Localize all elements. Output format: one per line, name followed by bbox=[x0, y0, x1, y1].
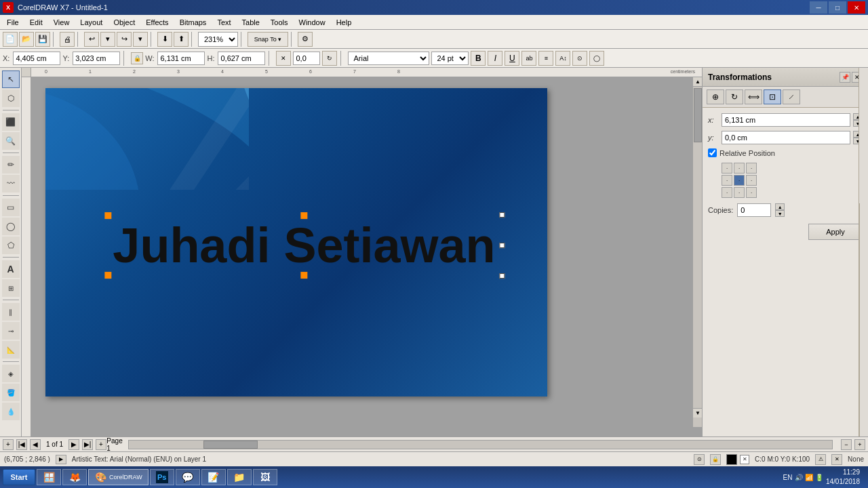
tab-skew[interactable]: ⟋ bbox=[783, 89, 800, 104]
bullet-list[interactable]: ≡ bbox=[538, 51, 553, 66]
last-page-button[interactable]: ▶| bbox=[82, 439, 93, 450]
snap-toggle[interactable]: ⊙ bbox=[694, 454, 705, 465]
shape-tool[interactable]: ⬡ bbox=[2, 89, 20, 107]
first-page-button[interactable]: |◀ bbox=[16, 439, 27, 450]
menu-edit[interactable]: Edit bbox=[24, 17, 48, 28]
connector-tool[interactable]: ⊸ bbox=[2, 322, 20, 340]
freehand-tool[interactable]: ✏ bbox=[2, 156, 20, 174]
window-controls[interactable]: ─ □ ✕ bbox=[810, 1, 865, 14]
import-button[interactable]: ⬇ bbox=[157, 32, 172, 47]
pos-br[interactable]: · bbox=[746, 187, 757, 198]
polygon-tool[interactable]: ⬠ bbox=[2, 237, 20, 254]
interactive-fill[interactable]: ◈ bbox=[2, 365, 20, 382]
menu-window[interactable]: Window bbox=[294, 17, 331, 28]
text-options1[interactable]: ◯ bbox=[589, 51, 604, 66]
new-button[interactable]: 📄 bbox=[3, 32, 18, 47]
smart-fill[interactable]: 🪣 bbox=[2, 384, 20, 401]
text-tool[interactable]: A bbox=[2, 260, 20, 278]
tab-rotate[interactable]: ↻ bbox=[726, 89, 743, 104]
fill-color-swatch[interactable] bbox=[726, 454, 737, 465]
w-field[interactable] bbox=[157, 52, 205, 65]
pos-tc[interactable]: · bbox=[734, 163, 745, 174]
crop-tool[interactable]: ⬛ bbox=[2, 113, 20, 131]
next-page-button[interactable]: ▶ bbox=[68, 439, 79, 450]
tab-scale[interactable]: ⟺ bbox=[745, 89, 762, 104]
bold-button[interactable]: B bbox=[471, 51, 486, 66]
hscroll-thumb[interactable] bbox=[203, 441, 258, 449]
open-button[interactable]: 📂 bbox=[19, 32, 34, 47]
close-button[interactable]: ✕ bbox=[848, 1, 865, 14]
x-field[interactable] bbox=[13, 52, 60, 65]
task-ie[interactable]: 🖼 bbox=[253, 469, 277, 485]
task-photoshop[interactable]: Ps bbox=[150, 469, 174, 485]
copies-spin-up[interactable]: ▲ bbox=[775, 203, 785, 210]
minimize-button[interactable]: ─ bbox=[810, 1, 827, 14]
pointer-tool[interactable]: ↖ bbox=[2, 70, 20, 88]
scroll-thumb-vertical[interactable] bbox=[694, 88, 702, 142]
menu-object[interactable]: Object bbox=[108, 17, 140, 28]
menu-tools[interactable]: Tools bbox=[265, 17, 294, 28]
zoom-tool[interactable]: 🔍 bbox=[2, 132, 20, 150]
start-button[interactable]: Start bbox=[3, 469, 35, 485]
prev-page-button[interactable]: ◀ bbox=[30, 439, 41, 450]
ellipse-tool[interactable]: ◯ bbox=[2, 218, 20, 235]
relative-position-checkbox[interactable] bbox=[708, 148, 717, 157]
apply-button[interactable]: Apply bbox=[808, 224, 863, 240]
canvas-text[interactable]: Juhadi Setiawan bbox=[110, 218, 498, 273]
maximize-button[interactable]: □ bbox=[829, 1, 846, 14]
menu-text[interactable]: Text bbox=[212, 17, 236, 28]
underline-button[interactable]: U bbox=[505, 51, 519, 66]
vertical-scrollbar[interactable]: ▲ ▼ bbox=[692, 77, 702, 427]
h-field[interactable] bbox=[218, 52, 265, 65]
transformations-strip[interactable] bbox=[859, 203, 868, 436]
panel-pin-button[interactable]: 📌 bbox=[840, 72, 850, 83]
tab-position[interactable]: ⊕ bbox=[707, 89, 724, 104]
outline-color-swatch[interactable]: ✕ bbox=[740, 455, 749, 464]
undo-button[interactable]: ↩ bbox=[84, 32, 99, 47]
scroll-up-button[interactable]: ▲ bbox=[693, 77, 702, 87]
scroll-down-button[interactable]: ▼ bbox=[693, 408, 702, 418]
pos-bl[interactable]: · bbox=[722, 187, 732, 198]
redo-dropdown[interactable]: ▾ bbox=[133, 32, 148, 47]
transform-x-input[interactable] bbox=[722, 113, 850, 127]
angle-field[interactable] bbox=[293, 52, 320, 65]
measure-tool[interactable]: 📐 bbox=[2, 341, 20, 359]
layer-toggle[interactable]: 🔒 bbox=[710, 454, 721, 465]
menu-file[interactable]: File bbox=[1, 17, 24, 28]
italic-button[interactable]: I bbox=[488, 51, 502, 66]
export-button[interactable]: ⬆ bbox=[174, 32, 189, 47]
menu-help[interactable]: Help bbox=[331, 17, 357, 28]
task-coreldraw[interactable]: 🎨 CorelDRAW bbox=[88, 469, 149, 485]
eyedropper-tool[interactable]: 💧 bbox=[2, 403, 20, 420]
horizontal-scrollbar[interactable] bbox=[128, 440, 833, 449]
menu-layout[interactable]: Layout bbox=[75, 17, 108, 28]
clear-transform[interactable]: ✕ bbox=[276, 51, 291, 66]
zoom-in-button[interactable]: + bbox=[854, 439, 865, 450]
task-explorer[interactable]: 🪟 bbox=[37, 469, 61, 485]
pos-tr[interactable]: · bbox=[746, 163, 757, 174]
font-name-dropdown[interactable]: Arial bbox=[348, 52, 429, 65]
text-baseline[interactable]: ab bbox=[521, 51, 536, 66]
statusbar-expand[interactable]: ▶ bbox=[56, 455, 66, 464]
alert-icon[interactable]: ⚠ bbox=[815, 454, 826, 465]
save-button[interactable]: 💾 bbox=[35, 32, 50, 47]
menu-table[interactable]: Table bbox=[237, 17, 265, 28]
pos-mc[interactable]: · bbox=[734, 175, 745, 186]
lock-ratio[interactable]: 🔒 bbox=[131, 52, 143, 64]
menu-bitmaps[interactable]: Bitmaps bbox=[174, 17, 212, 28]
menu-effects[interactable]: Effects bbox=[140, 17, 174, 28]
options-button[interactable]: ⚙ bbox=[298, 32, 313, 47]
angle-clockwise[interactable]: ↻ bbox=[322, 51, 337, 66]
parallel-tool[interactable]: ∥ bbox=[2, 303, 20, 321]
edit-text[interactable]: ⊙ bbox=[572, 51, 587, 66]
table-tool[interactable]: ⊞ bbox=[2, 279, 20, 297]
cancel-icon[interactable]: ✕ bbox=[831, 454, 842, 465]
add-page-after-button[interactable]: + bbox=[96, 439, 106, 450]
add-page-button[interactable]: + bbox=[3, 439, 14, 450]
pos-ml[interactable]: · bbox=[722, 175, 732, 186]
menu-view[interactable]: View bbox=[48, 17, 75, 28]
tab-size[interactable]: ⊡ bbox=[764, 89, 781, 104]
task-files[interactable]: 📁 bbox=[227, 469, 252, 485]
pos-mr[interactable]: · bbox=[746, 175, 757, 186]
task-imo[interactable]: 💬 bbox=[176, 469, 200, 485]
